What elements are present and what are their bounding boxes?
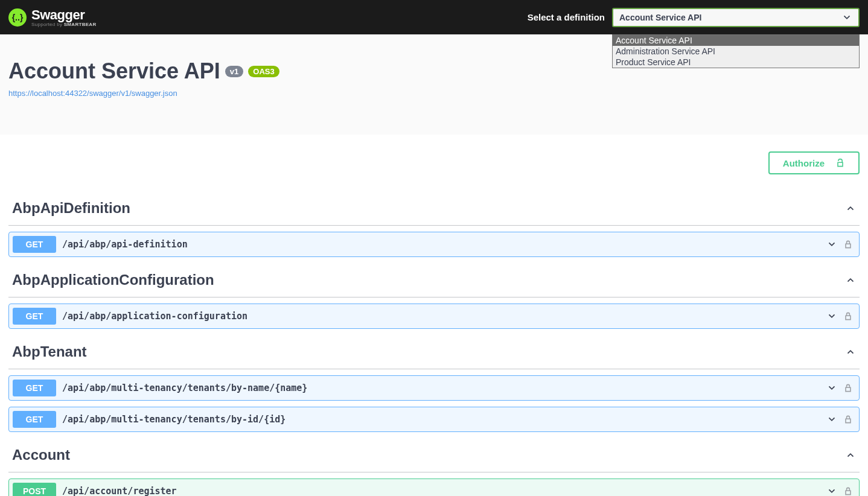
lock-icon[interactable] xyxy=(843,486,853,496)
tag-section-abpapidefinition: AbpApiDefinition GET /api/abp/api-defini… xyxy=(8,192,860,257)
tag-section-abpapplicationconfiguration: AbpApplicationConfiguration GET /api/abp… xyxy=(8,264,860,329)
definition-select-value: Account Service API xyxy=(619,13,701,22)
lock-icon[interactable] xyxy=(843,383,853,393)
method-badge: GET xyxy=(13,411,56,428)
tag-name: Account xyxy=(12,447,70,463)
operation-icons xyxy=(826,383,853,393)
tag-section-account: Account POST /api/account/register xyxy=(8,439,860,496)
operation-icons xyxy=(826,311,853,322)
version-badge: v1 xyxy=(225,66,243,77)
operation-path: /api/abp/multi-tenancy/tenants/by-id/{id… xyxy=(62,414,820,425)
swagger-logo: {..} Swagger Supported by SMARTBEAR xyxy=(8,7,97,27)
spec-url-link[interactable]: https://localhost:44322/swagger/v1/swagg… xyxy=(8,89,177,98)
definition-dropdown: Account Service API Administration Servi… xyxy=(612,34,860,68)
definition-option-administration[interactable]: Administration Service API xyxy=(613,46,859,57)
operation-path: /api/abp/multi-tenancy/tenants/by-name/{… xyxy=(62,383,820,393)
operation-icons xyxy=(826,239,853,250)
tag-header[interactable]: Account xyxy=(8,439,860,472)
swagger-logo-icon: {..} xyxy=(8,8,27,27)
oas-badge: OAS3 xyxy=(248,66,279,77)
chevron-up-icon xyxy=(845,203,856,214)
method-badge: POST xyxy=(13,483,56,496)
operation-path: /api/account/register xyxy=(62,486,820,496)
operations-content: Authorize AbpApiDefinition GET /api/abp/… xyxy=(0,135,868,496)
operation-row[interactable]: GET /api/abp/api-definition xyxy=(8,232,860,257)
authorize-row: Authorize xyxy=(8,151,860,174)
tag-name: AbpApiDefinition xyxy=(12,200,130,217)
swagger-logo-text: Swagger xyxy=(31,7,85,22)
operation-row[interactable]: GET /api/abp/multi-tenancy/tenants/by-na… xyxy=(8,375,860,401)
chevron-down-icon[interactable] xyxy=(826,414,837,425)
method-badge: GET xyxy=(13,380,56,396)
lock-icon[interactable] xyxy=(843,239,853,250)
method-badge: GET xyxy=(13,236,56,253)
tag-name: AbpApplicationConfiguration xyxy=(12,272,214,288)
chevron-up-icon xyxy=(845,450,856,460)
definition-select[interactable]: Account Service API xyxy=(612,8,860,27)
operation-path: /api/abp/api-definition xyxy=(62,239,820,250)
chevron-down-icon[interactable] xyxy=(826,383,837,393)
chevron-down-icon[interactable] xyxy=(826,486,837,496)
operation-row[interactable]: GET /api/abp/application-configuration xyxy=(8,304,860,329)
tag-name: AbpTenant xyxy=(12,343,87,360)
chevron-down-icon[interactable] xyxy=(826,239,837,250)
chevron-up-icon xyxy=(845,346,856,357)
tag-header[interactable]: AbpTenant xyxy=(8,336,860,369)
lock-icon[interactable] xyxy=(843,414,853,425)
tag-header[interactable]: AbpApiDefinition xyxy=(8,192,860,226)
operation-row[interactable]: POST /api/account/register xyxy=(8,479,860,496)
api-title: Account Service API xyxy=(8,59,220,84)
chevron-down-icon xyxy=(841,12,852,23)
operation-icons xyxy=(826,414,853,425)
operation-path: /api/abp/application-configuration xyxy=(62,311,820,322)
definition-option-product[interactable]: Product Service API xyxy=(613,57,859,68)
lock-open-icon xyxy=(835,157,845,168)
select-definition-label: Select a definition xyxy=(528,12,605,22)
operation-icons xyxy=(826,486,853,496)
definition-selector-wrap: Select a definition Account Service API … xyxy=(528,8,860,27)
chevron-up-icon xyxy=(845,275,856,285)
operation-row[interactable]: GET /api/abp/multi-tenancy/tenants/by-id… xyxy=(8,407,860,432)
tag-header[interactable]: AbpApplicationConfiguration xyxy=(8,264,860,297)
authorize-button[interactable]: Authorize xyxy=(768,151,860,174)
tag-section-abptenant: AbpTenant GET /api/abp/multi-tenancy/ten… xyxy=(8,336,860,432)
swagger-logo-subtitle: Supported by SMARTBEAR xyxy=(31,22,97,27)
method-badge: GET xyxy=(13,308,56,325)
topbar: {..} Swagger Supported by SMARTBEAR Sele… xyxy=(0,0,868,34)
chevron-down-icon[interactable] xyxy=(826,311,837,322)
authorize-button-label: Authorize xyxy=(783,158,825,168)
definition-option-account[interactable]: Account Service API xyxy=(613,35,859,46)
lock-icon[interactable] xyxy=(843,311,853,322)
